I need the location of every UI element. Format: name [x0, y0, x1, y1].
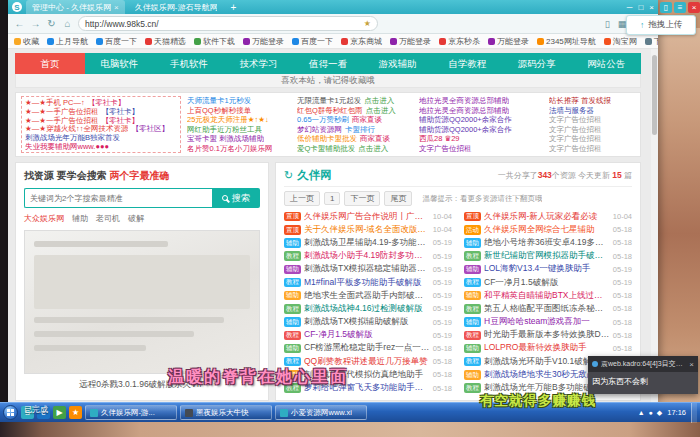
- article-row[interactable]: 活动 久伴娱乐网全网综合七星辅助 05-18: [464, 223, 632, 236]
- article-row[interactable]: 教程 CF一净月1.5破解版 05-19: [464, 276, 632, 289]
- bookmark-item[interactable]: 天猫精选: [145, 36, 186, 47]
- ad-link[interactable]: 红包Q群每秒红包雨 点击进入: [297, 106, 413, 116]
- article-title[interactable]: CF-净月1.5破解版: [304, 329, 430, 341]
- bookmark-item[interactable]: 下载: [645, 36, 658, 47]
- notification-close-icon[interactable]: ×: [689, 360, 694, 369]
- ad-link[interactable]: 辅助货源QQ2000+余家合作: [419, 115, 543, 125]
- taskbar-window-button[interactable]: 黑夜娱乐大牛快: [180, 405, 272, 420]
- forward-icon[interactable]: →: [30, 18, 41, 29]
- close-icon[interactable]: ×: [649, 3, 654, 12]
- nav-item[interactable]: 游戏辅助: [363, 53, 433, 74]
- nav-item[interactable]: 自学教程: [432, 53, 502, 74]
- article-title[interactable]: 和平精英自瞄辅助BTX上线过检测: [484, 290, 610, 302]
- article-row[interactable]: 教程 CF-净月1.5破解版 05-19: [284, 329, 452, 342]
- ad-link[interactable]: 文字广告位招租: [419, 144, 543, 154]
- article-row[interactable]: 辅助 刺激战场TX模拟器稳定辅助器破解版 05-19: [284, 263, 452, 276]
- ad-link[interactable]: 上百QQ秒解秒接单: [187, 106, 291, 116]
- taskbar-window-button[interactable]: 久伴娱乐网-游...: [85, 405, 177, 420]
- article-row[interactable]: 辅助 LOL海豹V13.4一键换肤助手 05-19: [464, 263, 632, 276]
- article-title[interactable]: M1#final平板多功能助手破解版: [304, 277, 430, 289]
- article-row[interactable]: 教程 刺激战场战神4.16过检测破解版 05-19: [284, 302, 452, 315]
- ad-link[interactable]: 文字广告位招租: [549, 134, 635, 144]
- minimize-icon[interactable]: ─: [627, 3, 633, 12]
- article-row[interactable]: 教程 第五人格临配平面图纸冻杀秘记录 05-18: [464, 302, 632, 315]
- ad-link[interactable]: 名片赞0.1万名小刀娱乐网: [187, 144, 291, 154]
- article-row[interactable]: 辅助 LOLPRO最新特效换肤助手 05-18: [464, 342, 632, 355]
- notification-popup[interactable]: 震web.kadro:64[4]3目交视频 × 因为东西不会剩: [588, 356, 698, 394]
- bookmark-item[interactable]: 收藏: [14, 36, 39, 47]
- article-title[interactable]: 久伴娱乐网广告合作说明丨广告位价格说明: [304, 211, 430, 223]
- ad-link[interactable]: 低价辅助卡盟批发 商家直谈: [297, 134, 413, 144]
- ad-link[interactable]: 网红助手近万粉丝工具: [187, 125, 291, 135]
- article-row[interactable]: 教程 新世纪辅助官网模拟器助手破解版 05-18: [464, 250, 632, 263]
- article-title[interactable]: 久伴娱乐网-新人玩家必看必读: [484, 211, 610, 223]
- ad-link[interactable]: 法墙与服务器: [549, 106, 635, 116]
- bookmark-item[interactable]: 京东秒杀: [439, 36, 480, 47]
- ad-link[interactable]: 西瓜28 ♛29: [419, 134, 543, 144]
- article-title[interactable]: 关于久伴娱乐网-域名全面改版须知: [304, 224, 430, 236]
- menu-icon[interactable]: ≡: [674, 2, 686, 13]
- browser-tab[interactable]: 久伴娱乐网-游石导航网: [129, 0, 224, 14]
- clock[interactable]: 17:16: [667, 408, 686, 417]
- page-scrollbar[interactable]: [651, 49, 658, 402]
- article-title[interactable]: CF一净月1.5破解版: [484, 277, 610, 289]
- ad-link[interactable]: ★—★一手广告位招租 【零社卡】: [25, 107, 177, 116]
- ad-link[interactable]: 地拉光灵全商资源总部辅助: [419, 106, 543, 116]
- bookmark-item[interactable]: 万能登录: [488, 36, 529, 47]
- ad-link[interactable]: 宝哥卡盟 刺激战场辅助: [187, 134, 291, 144]
- article-title[interactable]: 刺激战场TX模拟器稳定辅助器破解版: [304, 263, 430, 275]
- hot-tag[interactable]: 大众娱乐网: [24, 213, 64, 224]
- nav-item[interactable]: 手机软件: [154, 53, 224, 74]
- bookmark-item[interactable]: 软件下载: [194, 36, 235, 47]
- article-row[interactable]: 置顶 关于久伴娱乐网-域名全面改版须知 10-04: [284, 223, 452, 236]
- article-title[interactable]: 绝地小号培养36班安卓4.19多功能教程: [484, 237, 610, 249]
- ad-link[interactable]: 文字广告位招租: [549, 115, 635, 125]
- apps-grid-icon[interactable]: ▦: [618, 19, 627, 29]
- bookmark-star-icon[interactable]: ★: [364, 19, 371, 28]
- back-icon[interactable]: ←: [14, 18, 25, 29]
- quick-launch-icon[interactable]: ★: [69, 406, 82, 419]
- nav-item[interactable]: 值得一看: [293, 53, 363, 74]
- article-row[interactable]: 辅助 CF榜游黑枪稳定助手rez一点一个小学生 05-18: [284, 342, 452, 355]
- bookmark-item[interactable]: 淘宝网: [604, 36, 637, 47]
- pagination-button[interactable]: 尾页: [384, 191, 412, 206]
- nav-item[interactable]: 首页: [15, 53, 85, 74]
- article-row[interactable]: 辅助 H豆网哈哈steam游戏喜加一 05-18: [464, 316, 632, 329]
- ad-link[interactable]: 辅助货源QQ2000+余家合作: [419, 125, 543, 135]
- ad-link[interactable]: ★—★一手广告位招租 【零社卡】: [25, 116, 177, 125]
- article-row[interactable]: 辅助 刺激战场TX模拟辅助破解版 05-19: [284, 316, 452, 329]
- home-icon[interactable]: ⌂: [62, 18, 73, 29]
- ad-link[interactable]: 站长推荐 首发线报: [549, 96, 635, 106]
- ad-link[interactable]: 25元极龙天师注册★↑★↓: [187, 115, 291, 125]
- url-field[interactable]: http://www.98k5.cn/ ★: [78, 16, 378, 31]
- bookmark-item[interactable]: 上月导航: [47, 36, 88, 47]
- article-row[interactable]: 辅助 绝地求生全面武器助手内部破解版 05-19: [284, 289, 452, 302]
- bookmark-item[interactable]: 百度一下: [96, 36, 137, 47]
- phone-icon[interactable]: ▯: [605, 19, 610, 29]
- bookmark-item[interactable]: 百度一下: [292, 36, 333, 47]
- article-title[interactable]: 时光助手最新版本多特效换肤DLL: [484, 329, 610, 341]
- hot-tag[interactable]: 老司机: [96, 213, 120, 224]
- ad-link[interactable]: ★—★手机 PC—↑ 【零社卡】: [25, 98, 177, 107]
- tray-icon[interactable]: ◆: [657, 409, 662, 417]
- ad-link[interactable]: 文字广告位招租: [549, 144, 635, 154]
- article-title[interactable]: H豆网哈哈steam游戏喜加一: [484, 316, 610, 328]
- nav-item[interactable]: 网站公告: [572, 53, 642, 74]
- browser-tab-active[interactable]: 管理中心 - 久伴娱乐网 ×: [26, 0, 125, 14]
- ad-link[interactable]: 梦幻站资源网 卡盟排行: [297, 125, 413, 135]
- article-title[interactable]: 刺激战场战神4.16过检测破解版: [304, 303, 430, 315]
- ad-link[interactable]: 地拉光灵全商资源总部辅助: [419, 96, 543, 106]
- nav-item[interactable]: 电脑软件: [85, 53, 155, 74]
- article-row[interactable]: 辅助 绝地小号培养36班安卓4.19多功能教程 05-18: [464, 236, 632, 249]
- article-title[interactable]: 第五人格临配平面图纸冻杀秘记录: [484, 303, 610, 315]
- article-title[interactable]: 久伴娱乐网全网综合七星辅助: [484, 224, 610, 236]
- tray-icon[interactable]: ▲: [638, 409, 645, 417]
- article-title[interactable]: LOLPRO最新特效换肤助手: [484, 342, 610, 354]
- ad-link[interactable]: ★—★穿越火线↑↑全网技术资源 【零社区】: [25, 124, 177, 133]
- article-title[interactable]: 新世纪辅助官网模拟器助手破解版: [484, 250, 610, 262]
- ad-link[interactable]: 无限流量卡1元起发 点击进入: [297, 96, 413, 106]
- article-row[interactable]: 教程 时光助手最新版本多特效换肤DLL 05-18: [464, 329, 632, 342]
- scrollbar-thumb[interactable]: [652, 55, 657, 135]
- hot-tag[interactable]: 辅助: [72, 213, 88, 224]
- tray-icon[interactable]: ●: [649, 409, 653, 417]
